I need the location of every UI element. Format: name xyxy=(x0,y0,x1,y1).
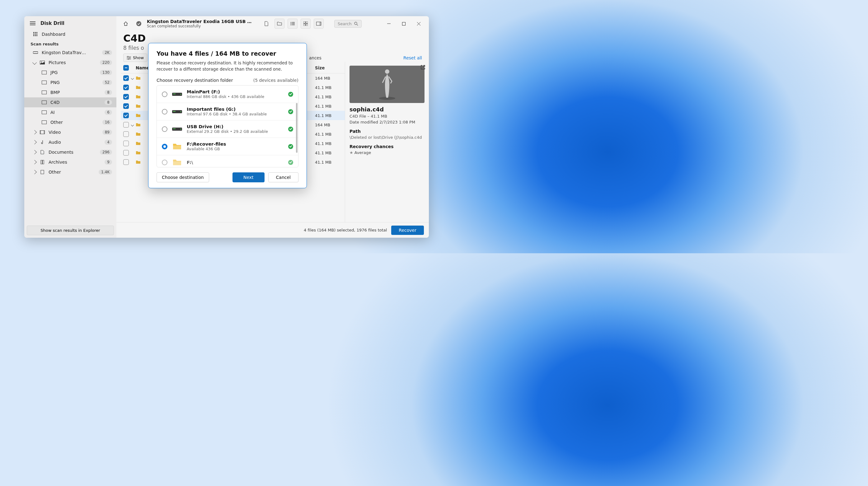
destination-item[interactable]: Important files (G:)Internal 97.6 GB dis… xyxy=(157,103,298,121)
destination-name: F:\Recover-files xyxy=(187,141,284,147)
check-ok-icon xyxy=(288,109,293,114)
destination-radio[interactable] xyxy=(162,144,167,149)
destination-detail: External 29.2 GB disk • 29.2 GB availabl… xyxy=(187,129,284,134)
hard-drive-icon xyxy=(172,91,182,98)
destination-name: Important files (G:) xyxy=(187,107,284,112)
destination-radio[interactable] xyxy=(162,126,167,132)
svg-point-53 xyxy=(181,94,181,95)
destination-list: MainPart (F:)Internal 886 GB disk • 436 … xyxy=(157,85,299,167)
svg-rect-55 xyxy=(173,111,176,112)
check-ok-icon xyxy=(288,160,293,165)
svg-point-56 xyxy=(181,111,181,112)
destination-name: F:\ xyxy=(187,160,284,165)
hard-drive-icon xyxy=(172,126,182,133)
cancel-button[interactable]: Cancel xyxy=(268,172,299,182)
modal-subheading: Choose recovery destination folder xyxy=(157,78,233,83)
check-ok-icon xyxy=(288,144,293,149)
scrollbar[interactable] xyxy=(296,103,298,153)
check-ok-icon xyxy=(288,127,293,132)
destination-item[interactable]: F:\Recover-filesAvailable 436 GB xyxy=(157,138,298,155)
destination-detail: Available 436 GB xyxy=(187,147,284,151)
destination-name: MainPart (F:) xyxy=(187,89,284,94)
svg-rect-60 xyxy=(173,145,181,149)
destination-item[interactable]: F:\ xyxy=(157,155,298,167)
destination-radio[interactable] xyxy=(162,160,167,165)
svg-point-59 xyxy=(181,129,181,129)
modal-description: Please choose recovery destination. It i… xyxy=(157,60,299,72)
svg-rect-61 xyxy=(173,161,181,165)
destination-detail: Internal 97.6 GB disk • 38.4 GB availabl… xyxy=(187,112,284,117)
destination-name: USB Drive (H:) xyxy=(187,124,284,129)
check-ok-icon xyxy=(288,92,293,97)
device-count: (5 devices available) xyxy=(253,78,299,83)
svg-rect-52 xyxy=(173,94,176,94)
folder-icon xyxy=(172,159,182,166)
modal-title: You have 4 files / 164 MB to recover xyxy=(157,50,299,57)
destination-radio[interactable] xyxy=(162,92,167,97)
app-window: Disk Drill Dashboard Scan results Kingst… xyxy=(24,16,429,238)
folder-icon xyxy=(172,143,182,150)
destination-detail: Internal 886 GB disk • 436 GB available xyxy=(187,94,284,99)
next-button[interactable]: Next xyxy=(232,172,265,182)
destination-item[interactable]: MainPart (F:)Internal 886 GB disk • 436 … xyxy=(157,86,298,103)
hard-drive-icon xyxy=(172,108,182,115)
destination-radio[interactable] xyxy=(162,109,167,115)
svg-rect-58 xyxy=(173,129,176,129)
destination-item[interactable]: USB Drive (H:)External 29.2 GB disk • 29… xyxy=(157,121,298,138)
recovery-destination-modal: You have 4 files / 164 MB to recover Ple… xyxy=(148,43,307,188)
choose-destination-button[interactable]: Choose destination xyxy=(157,172,209,182)
